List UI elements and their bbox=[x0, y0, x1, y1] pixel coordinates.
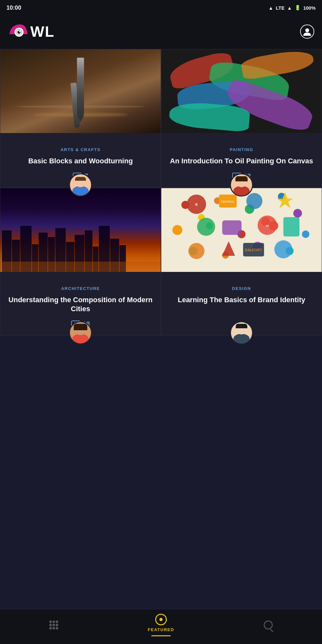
svg-text:CENTRAL: CENTRAL bbox=[221, 200, 234, 203]
status-icons: ▲ LTE ▲ 🔋 100% bbox=[269, 5, 316, 11]
thumbnail-badges: R CENTRAL 66 DALFORT bbox=[161, 188, 322, 272]
drill-visual bbox=[77, 58, 84, 116]
card-title-oilpainting: An Introduction To Oil Painting On Canva… bbox=[168, 157, 315, 166]
grid-dot bbox=[56, 627, 58, 630]
grid-dot bbox=[56, 620, 58, 623]
course-card-oilpainting[interactable]: PAINTING An Introduction To Oil Painting… bbox=[161, 49, 322, 188]
profile-button[interactable] bbox=[300, 24, 314, 39]
grid-icon bbox=[49, 620, 58, 630]
grid-dot bbox=[49, 627, 52, 630]
bottom-spacer bbox=[0, 336, 322, 368]
card-category-oilpainting: PAINTING bbox=[168, 147, 315, 152]
status-bar: 10:00 ▲ LTE ▲ 🔋 100% bbox=[0, 0, 322, 15]
search-icon bbox=[264, 620, 273, 630]
signal-icon: ▲ bbox=[287, 5, 292, 11]
grid-dot bbox=[49, 620, 52, 623]
svg-point-16 bbox=[188, 243, 204, 259]
nav-label-featured: FEATURED bbox=[148, 627, 174, 632]
nav-item-search[interactable] bbox=[215, 620, 322, 630]
svg-text:66: 66 bbox=[266, 224, 269, 227]
svg-marker-17 bbox=[222, 241, 235, 256]
instructor-avatar-brandidentity bbox=[230, 321, 253, 344]
thumbnail-cities bbox=[0, 188, 161, 272]
battery-icon: 🔋 bbox=[295, 5, 301, 11]
svg-point-11 bbox=[197, 218, 215, 236]
battery-percent: 100% bbox=[303, 5, 316, 11]
wifi-icon: ▲ bbox=[269, 5, 273, 11]
card-category-cities: ARCHITECTURE bbox=[7, 286, 154, 291]
svg-point-4 bbox=[305, 28, 309, 32]
svg-rect-15 bbox=[283, 217, 299, 236]
nav-active-indicator bbox=[151, 635, 171, 636]
card-title-woodturning: Basic Blocks and Woodturning bbox=[7, 157, 154, 166]
drill-tip bbox=[77, 116, 84, 122]
svg-marker-10 bbox=[277, 192, 293, 208]
svg-text:R: R bbox=[195, 203, 198, 207]
grid-dot bbox=[49, 624, 52, 626]
nav-item-grid[interactable] bbox=[0, 620, 107, 630]
course-grid: ARTS & CRAFTS Basic Blocks and Woodturni… bbox=[0, 49, 322, 336]
grid-dot bbox=[52, 627, 55, 630]
course-card-woodturning[interactable]: ARTS & CRAFTS Basic Blocks and Woodturni… bbox=[0, 49, 161, 188]
svg-point-2 bbox=[17, 31, 21, 34]
card-category-woodturning: ARTS & CRAFTS bbox=[7, 147, 154, 152]
instructor-avatar-cities bbox=[69, 321, 92, 344]
thumbnail-woodturning bbox=[0, 49, 161, 133]
grid-dot bbox=[52, 620, 55, 623]
logo: WL bbox=[8, 22, 55, 41]
app-header: WL bbox=[0, 15, 322, 49]
svg-point-20 bbox=[274, 240, 292, 258]
profile-icon bbox=[303, 27, 311, 36]
card-category-brandidentity: DESIGN bbox=[168, 286, 315, 291]
lte-label: LTE bbox=[276, 5, 285, 11]
featured-icon bbox=[155, 614, 167, 625]
app-name: WL bbox=[30, 23, 55, 40]
badges-svg: R CENTRAL 66 DALFORT bbox=[161, 188, 322, 272]
card-title-brandidentity: Learning The Basics of Brand Identity bbox=[168, 295, 315, 305]
instructor-avatar-painting bbox=[230, 173, 253, 197]
owl-logo-icon bbox=[8, 22, 30, 41]
course-card-brandidentity[interactable]: R CENTRAL 66 DALFORT bbox=[161, 188, 322, 336]
course-card-cities[interactable]: ARCHITECTURE Understanding the Compositi… bbox=[0, 188, 161, 336]
bottom-nav: FEATURED bbox=[0, 609, 322, 644]
grid-dot bbox=[52, 624, 55, 626]
card-content-brandidentity: DESIGN Learning The Basics of Brand Iden… bbox=[161, 272, 322, 319]
svg-point-3 bbox=[19, 31, 20, 32]
instructor-avatar-woodturning bbox=[69, 173, 92, 197]
grid-dot bbox=[56, 624, 58, 626]
svg-rect-12 bbox=[222, 220, 242, 235]
nav-item-featured[interactable]: FEATURED bbox=[107, 614, 214, 636]
thumbnail-oilpainting bbox=[161, 49, 322, 133]
status-time: 10:00 bbox=[6, 5, 21, 11]
svg-text:DALFORT: DALFORT bbox=[245, 248, 262, 252]
card-title-cities: Understanding the Composition of Modern … bbox=[7, 295, 154, 314]
